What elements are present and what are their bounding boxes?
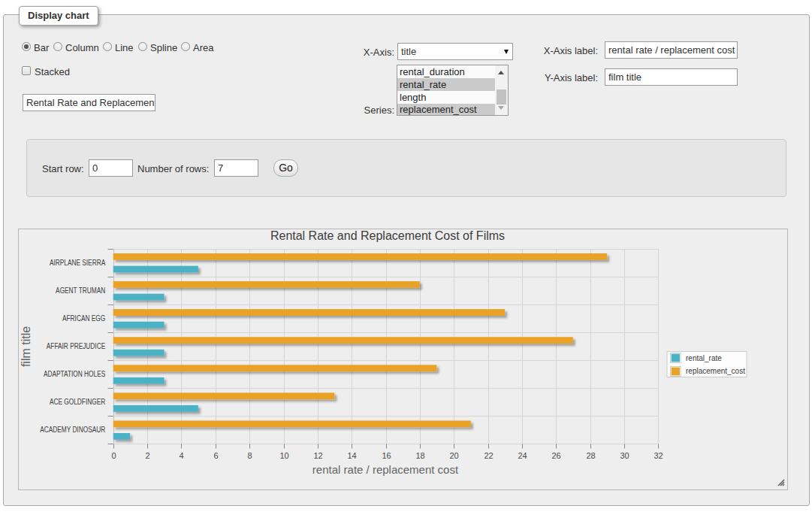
svg-text:18: 18: [415, 451, 424, 460]
svg-text:2: 2: [145, 451, 149, 460]
svg-text:22: 22: [484, 451, 493, 460]
svg-text:8: 8: [247, 451, 252, 460]
svg-text:6: 6: [213, 451, 218, 460]
svg-text:12: 12: [313, 451, 322, 460]
svg-text:ACE GOLDFINGER: ACE GOLDFINGER: [50, 398, 105, 406]
svg-text:rental_rate: rental_rate: [686, 354, 722, 362]
svg-text:26: 26: [551, 451, 560, 460]
svg-text:0: 0: [111, 451, 116, 460]
svg-text:ADAPTATION HOLES: ADAPTATION HOLES: [44, 370, 105, 378]
svg-text:20: 20: [449, 451, 458, 460]
svg-text:replacement_cost: replacement_cost: [686, 367, 745, 375]
svg-text:32: 32: [654, 451, 663, 460]
svg-text:14: 14: [347, 451, 356, 460]
svg-text:30: 30: [620, 451, 629, 460]
svg-text:AIRPLANE SIERRA: AIRPLANE SIERRA: [50, 259, 106, 267]
svg-text:28: 28: [586, 451, 595, 460]
svg-text:10: 10: [279, 451, 288, 460]
svg-text:ACADEMY DINOSAUR: ACADEMY DINOSAUR: [40, 426, 105, 434]
svg-text:AFRICAN EGG: AFRICAN EGG: [62, 314, 105, 323]
svg-text:Rental Rate and Replacement Co: Rental Rate and Replacement Cost of Film…: [270, 229, 505, 242]
svg-text:AGENT TRUMAN: AGENT TRUMAN: [56, 286, 105, 295]
svg-text:24: 24: [518, 451, 527, 460]
svg-text:rental rate / replacement cost: rental rate / replacement cost: [312, 463, 459, 476]
svg-text:AFFAIR PREJUDICE: AFFAIR PREJUDICE: [47, 342, 106, 350]
svg-text:16: 16: [382, 451, 391, 460]
svg-text:film title: film title: [20, 326, 32, 367]
svg-text:4: 4: [179, 451, 183, 460]
